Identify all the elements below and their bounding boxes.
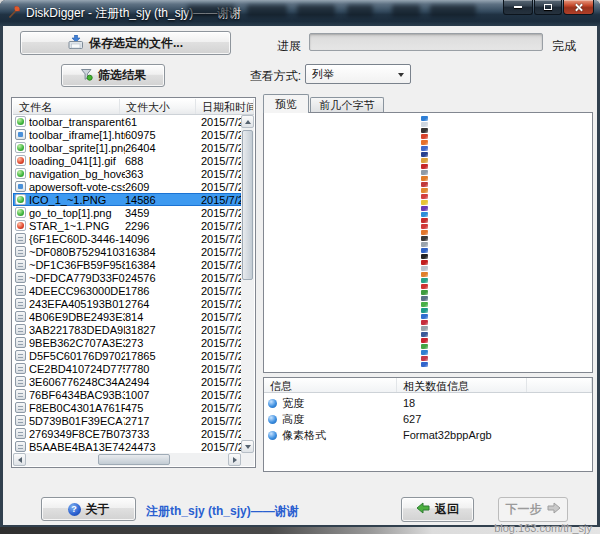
gen-file-icon <box>15 272 26 283</box>
table-row[interactable]: navigation_bg_hover[...3632015/7/27 1 <box>13 167 241 180</box>
file-date: 2015/7/27 1 <box>201 129 241 141</box>
filter-results-button[interactable]: 筛选结果 <box>61 64 165 87</box>
table-row[interactable]: B5AABE4BA13E748E0...244732015/7/27 1 <box>13 440 241 453</box>
table-row[interactable]: ICO_1_~1.PNG145862015/7/27 1 <box>13 193 241 206</box>
horizontal-scrollbar[interactable] <box>13 453 241 466</box>
maximize-button[interactable] <box>534 0 562 15</box>
arrow-up-icon <box>245 120 251 124</box>
file-size: 17865 <box>125 350 201 362</box>
file-name: 9BEB362C707A3E30D... <box>29 337 125 349</box>
table-row[interactable]: toolbar_iframe[1].htm609752015/7/27 1 <box>13 128 241 141</box>
file-size: 16384 <box>125 259 201 271</box>
preview-strip-icon <box>421 188 428 193</box>
preview-strip-icon <box>421 236 428 241</box>
table-row[interactable]: ~DFDCA779D33F0410...245762015/7/27 1 <box>13 271 241 284</box>
gen-file-icon <box>15 298 26 309</box>
gen-file-icon <box>15 363 26 374</box>
next-button-label: 下一步 <box>506 501 542 518</box>
file-name: ~DF080B7529410364... <box>29 246 125 258</box>
info-row: 高度627 <box>264 411 592 427</box>
save-selected-files-button[interactable]: 保存选定的文件... <box>20 31 231 55</box>
doc-file-icon <box>15 181 26 192</box>
table-row[interactable]: toolbar_transparent[1...612015/7/27 1 <box>13 115 241 128</box>
back-button[interactable]: 返回 <box>401 497 474 522</box>
vertical-scroll-thumb[interactable] <box>242 130 253 280</box>
table-row[interactable]: 4B06E9DBE2493E326...8142015/7/27 1 <box>13 310 241 323</box>
preview-strip-icon <box>421 326 428 331</box>
redacted-blur <box>430 5 476 17</box>
table-row[interactable]: CE2BD410724D775EB...77802015/7/27 1 <box>13 362 241 375</box>
back-button-label: 返回 <box>435 501 459 518</box>
table-row[interactable]: ~DF080B7529410364...163842015/7/27 1 <box>13 245 241 258</box>
diskdigger-app-icon <box>7 5 21 19</box>
next-button[interactable]: 下一步 <box>498 497 568 522</box>
table-row[interactable]: ~DF1C36FB59F958C3...163842015/7/27 1 <box>13 258 241 271</box>
preview-strip-icon <box>421 332 428 337</box>
view-mode-dropdown[interactable]: 列举 <box>305 64 411 84</box>
table-row[interactable]: 9BEB362C707A3E30D...2732015/7/27 1 <box>13 336 241 349</box>
bullet-icon <box>268 415 277 424</box>
preview-strip-icon <box>421 122 428 127</box>
horizontal-scroll-thumb[interactable] <box>98 454 170 465</box>
preview-strip-icon <box>421 284 428 289</box>
title-bar[interactable]: DiskDigger - 注册th_sjy (th_sjy)——谢谢 <box>0 0 600 26</box>
table-row[interactable]: 76BF6434BAC93B3CF...10072015/7/27 1 <box>13 388 241 401</box>
table-row[interactable]: apowersoft-vote-css[...26092015/7/27 1 <box>13 180 241 193</box>
scroll-down-button[interactable] <box>241 440 254 453</box>
column-header-filesize[interactable]: 文件大小 <box>120 99 196 114</box>
table-row[interactable]: D5F5C60176D9702E3...178652015/7/27 1 <box>13 349 241 362</box>
file-date: 2015/7/27 1 <box>201 181 241 193</box>
scroll-right-button[interactable] <box>228 453 241 466</box>
preview-strip-icon <box>421 350 428 355</box>
file-date: 2015/7/27 1 <box>201 350 241 362</box>
file-name: 4DEECC963000DE6CE... <box>29 285 125 297</box>
info-row: 宽度18 <box>264 395 592 411</box>
table-row[interactable]: toolbar_sprite[1].png264042015/7/27 1 <box>13 141 241 154</box>
table-row[interactable]: go_to_top[1].png34592015/7/27 1 <box>13 206 241 219</box>
table-row[interactable]: STAR_1~1.PNG22962015/7/27 1 <box>13 219 241 232</box>
table-row[interactable]: 243EFA405193B01F10...27642015/7/27 1 <box>13 297 241 310</box>
file-date: 2015/7/27 1 <box>201 168 241 180</box>
vertical-scrollbar[interactable] <box>241 115 254 453</box>
preview-strip-icon <box>421 224 428 229</box>
preview-strip-icon <box>421 260 428 265</box>
file-date: 2015/7/27 1 <box>201 363 241 375</box>
close-button[interactable] <box>563 0 594 15</box>
funnel-icon <box>80 68 93 84</box>
file-date: 2015/7/27 1 <box>201 259 241 271</box>
table-row[interactable]: 4DEECC963000DE6CE...17862015/7/27 1 <box>13 284 241 297</box>
table-row[interactable]: F8EB0C4301A761F32...4752015/7/27 1 <box>13 401 241 414</box>
preview-image-strip <box>421 116 428 368</box>
info-table-header: 信息 相关数值信息 <box>264 378 592 393</box>
tab-preview[interactable]: 预览 <box>263 94 309 113</box>
file-size: 1786 <box>125 285 201 297</box>
gen-file-icon <box>15 337 26 348</box>
minimize-button[interactable] <box>503 0 533 15</box>
progress-bar <box>309 33 543 51</box>
column-header-filename[interactable]: 文件名 <box>13 99 120 114</box>
info-label: 高度 <box>282 412 304 427</box>
column-header-datetime[interactable]: 日期和时间 <box>196 99 254 114</box>
table-row[interactable]: 3E606776248C34AE1...24942015/7/27 1 <box>13 375 241 388</box>
info-value: 18 <box>397 397 415 409</box>
green-file-icon <box>15 207 26 218</box>
gen-file-icon <box>15 233 26 244</box>
file-date: 2015/7/27 1 <box>201 441 241 453</box>
gen-file-icon <box>15 311 26 322</box>
file-date: 2015/7/27 1 <box>201 298 241 310</box>
table-row[interactable]: {6F1EC60D-3446-11E...40962015/7/27 1 <box>13 232 241 245</box>
file-size: 3459 <box>125 207 201 219</box>
gen-file-icon <box>15 246 26 257</box>
about-button[interactable]: ? 关于 <box>41 497 136 521</box>
file-name: F8EB0C4301A761F32... <box>29 402 125 414</box>
file-date: 2015/7/27 1 <box>201 376 241 388</box>
table-row[interactable]: 5D739B01F39ECA76A...27172015/7/27 1 <box>13 414 241 427</box>
scroll-left-button[interactable] <box>13 453 26 466</box>
scroll-up-button[interactable] <box>241 115 254 128</box>
table-row[interactable]: 2769349F8CE7B07CB...37332015/7/27 1 <box>13 427 241 440</box>
tab-first-bytes[interactable]: 前几个字节 <box>310 97 384 112</box>
file-date: 2015/7/27 1 <box>201 285 241 297</box>
table-row[interactable]: 3AB221783DEDA9F89...318272015/7/27 1 <box>13 323 241 336</box>
arrow-next-icon <box>547 502 561 517</box>
table-row[interactable]: loading_041[1].gif6882015/7/27 1 <box>13 154 241 167</box>
